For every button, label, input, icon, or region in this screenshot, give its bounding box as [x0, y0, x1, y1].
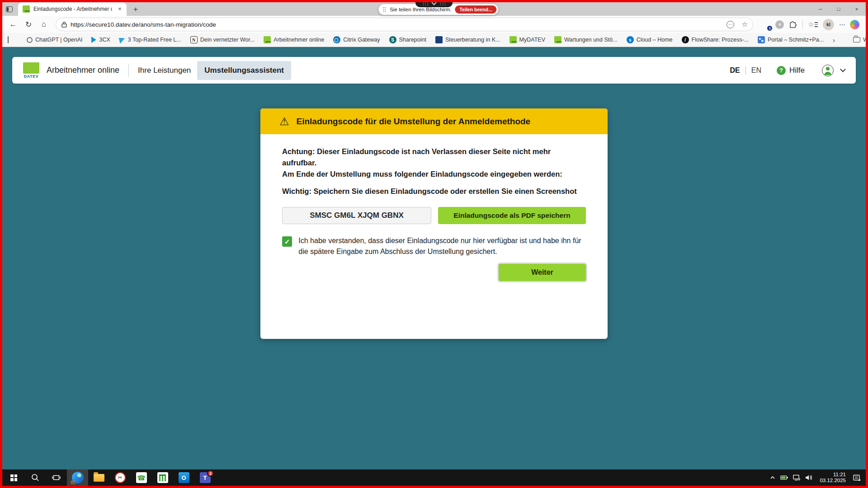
next-row: Weiter	[282, 264, 586, 281]
browser-menu-icon[interactable]: ⋯	[839, 21, 845, 28]
bookmark-label: ChatGPT | OpenAI	[35, 37, 82, 43]
windows-logo-icon	[10, 474, 17, 481]
dialog-body: Achtung: Dieser Einladungscode ist nach …	[260, 146, 608, 281]
confirmation-label: Ich habe verstanden, dass dieser Einladu…	[298, 235, 586, 257]
warning-text-line1: Achtung: Dieser Einladungscode ist nach …	[282, 146, 586, 169]
phone-app-tile: ☎	[136, 472, 147, 483]
system-tray: 11:21 03.12.2025	[769, 472, 866, 483]
task-view-button[interactable]	[46, 469, 67, 486]
language-de[interactable]: DE	[730, 66, 740, 75]
action-center-icon[interactable]	[853, 474, 861, 482]
datev-logo[interactable]: DATEV	[23, 62, 39, 79]
speaker-icon[interactable]	[805, 474, 813, 481]
page-content: DATEV Arbeitnehmer online Ihre Leistunge…	[2, 57, 866, 479]
network-icon[interactable]	[793, 474, 801, 481]
more-favorites-button[interactable]: Weitere Favoriten	[853, 37, 868, 43]
app-navigation-bar: DATEV Arbeitnehmer online Ihre Leistunge…	[12, 57, 856, 84]
save-pdf-button[interactable]: Einladungscode als PDF speichern	[438, 207, 586, 224]
next-button[interactable]: Weiter	[499, 264, 586, 281]
bookmark-label: Sharepoint	[399, 37, 426, 43]
screen-share-message: Sie teilen Ihren Bildschirm.	[390, 7, 451, 12]
outlook-icon: O	[179, 472, 189, 483]
taskbar-outlook-button[interactable]: O	[173, 469, 194, 486]
battery-icon[interactable]	[780, 474, 788, 481]
bookmark-portal[interactable]: Portal – Schmitz+Pa...	[758, 36, 824, 43]
bookmark-steuerberatung[interactable]: Steuerberatung in K...	[435, 36, 500, 43]
new-tab-button[interactable]: +	[129, 3, 142, 16]
disabled-extension-icon[interactable]: ×	[775, 20, 784, 29]
browser-tab[interactable]: Einladungscode - Arbeitnehmer o ×	[18, 2, 127, 16]
tab-actions-button[interactable]	[2, 2, 16, 16]
nav-item-umstellungsassistent[interactable]: Umstellungsassistent	[197, 61, 291, 80]
datev-favicon	[23, 5, 30, 13]
windows-taskbar: ✂ ☎ O T 2	[2, 469, 866, 486]
maximize-button[interactable]: □	[830, 2, 848, 16]
notion-icon: N	[190, 36, 198, 43]
bookmark-label: MyDATEV	[519, 37, 545, 43]
favorites-list-icon[interactable]: ☆	[808, 21, 818, 28]
address-more-icon[interactable]: ⋯	[726, 21, 734, 28]
datev-logo-square	[23, 62, 39, 74]
minimize-button[interactable]: ─	[811, 2, 830, 16]
taskbar-teams-button[interactable]: T 2	[194, 469, 216, 486]
datev-icon	[509, 36, 517, 43]
extensions-puzzle-icon[interactable]	[789, 20, 797, 29]
copilot-icon[interactable]	[850, 20, 859, 29]
datev-icon	[554, 36, 561, 43]
profile-avatar[interactable]: kl	[823, 19, 834, 30]
warning-text-line2: Am Ende der Umstellung muss folgender Ei…	[282, 169, 586, 180]
drag-dots-icon	[439, 2, 446, 5]
bookmark-star-icon[interactable]: ☆	[739, 19, 750, 30]
taskbar-phone-app-button[interactable]: ☎	[131, 469, 152, 486]
flowshare-icon: /	[682, 36, 689, 43]
tray-chevron-up-icon[interactable]	[769, 474, 776, 481]
taskbar-search-button[interactable]	[24, 469, 46, 486]
bookmark-top-rated[interactable]: 3 Top-Rated Free L...	[119, 37, 181, 43]
3cx-icon	[91, 37, 96, 43]
drag-dots-icon[interactable]	[382, 7, 386, 12]
start-button[interactable]	[3, 469, 24, 486]
task-view-icon	[52, 474, 61, 481]
bookmark-sharepoint[interactable]: SSharepoint	[389, 36, 426, 43]
nav-item-leistungen[interactable]: Ihre Leistungen	[138, 66, 191, 75]
confirmation-checkbox[interactable]: ✓	[282, 236, 292, 247]
taskbar-edge-button[interactable]	[67, 469, 88, 486]
password-manager-icon[interactable]: 1	[760, 19, 770, 29]
datev-logo-text: DATEV	[24, 74, 38, 79]
address-bar[interactable]: https://secure10.datev.de/ano/sms-tan-mi…	[56, 18, 753, 31]
list-lines-icon	[815, 22, 818, 27]
bookmark-arbeitnehmer-online[interactable]: Arbeitnehmer online	[264, 36, 324, 43]
taskbar-clock[interactable]: 11:21 03.12.2025	[820, 472, 846, 483]
back-button[interactable]: ←	[6, 17, 20, 32]
bookmark-cloud-home[interactable]: sCloud – Home	[627, 36, 673, 43]
tab-close-icon[interactable]: ×	[116, 5, 124, 13]
bookmark-notion[interactable]: NDein vernetzter Wor...	[190, 36, 255, 43]
bookmark-3cx[interactable]: 3CX	[91, 37, 110, 43]
divider	[128, 64, 129, 77]
taskbar-datev-app-button[interactable]	[152, 469, 173, 486]
bookmark-chatgpt[interactable]: ChatGPT | OpenAI	[27, 37, 82, 43]
bookmark-mydatev[interactable]: MyDATEV	[509, 36, 545, 43]
bookmark-label: 3CX	[99, 37, 110, 43]
screen-share-handle[interactable]	[415, 0, 453, 7]
bookmark-citrix[interactable]: Citrix Gateway	[333, 36, 380, 43]
language-en[interactable]: EN	[751, 66, 761, 75]
home-button[interactable]: ⌂	[37, 17, 51, 32]
stop-sharing-button[interactable]: Teilen beend...	[455, 5, 497, 14]
app-brand-title: Arbeitnehmer online	[47, 66, 119, 75]
close-button[interactable]: ×	[848, 2, 866, 16]
taskbar-explorer-button[interactable]	[88, 469, 109, 486]
bookmarks-overflow-chevron[interactable]: ›	[833, 36, 835, 44]
account-chevron-icon[interactable]	[840, 66, 846, 72]
bookmark-wartungen[interactable]: Wartungen und Stö...	[554, 36, 618, 43]
help-button[interactable]: ? Hilfe	[777, 66, 805, 75]
user-account-icon[interactable]	[822, 65, 834, 76]
citrix-lock-icon	[333, 36, 340, 43]
code-row: SMSC GM6L XJQM GBNX Einladungscode als P…	[282, 207, 586, 224]
bookmark-flowshare[interactable]: /FlowShare: Prozess-...	[682, 36, 749, 43]
apps-icon[interactable]	[8, 36, 9, 43]
dialog-header: ⚠ Einladungscode für die Umstellung der …	[260, 108, 608, 134]
refresh-button[interactable]: ↻	[21, 17, 36, 32]
taskbar-snipping-button[interactable]: ✂	[109, 469, 131, 486]
bookmark-label: Cloud – Home	[637, 37, 673, 43]
